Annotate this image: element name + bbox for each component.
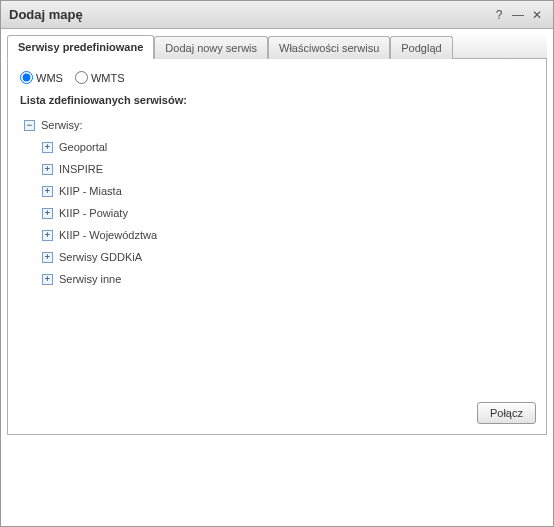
tree-item-label: Serwisy GDDKiA	[59, 251, 142, 263]
tree-item-inne[interactable]: + Serwisy inne	[42, 268, 534, 290]
tree-item-kiip-powiaty[interactable]: + KIIP - Powiaty	[42, 202, 534, 224]
tree-item-kiip-miasta[interactable]: + KIIP - Miasta	[42, 180, 534, 202]
tab-bar: Serwisy predefiniowane Dodaj nowy serwis…	[7, 35, 547, 59]
tree-item-label: KIIP - Województwa	[59, 229, 157, 241]
window-title: Dodaj mapę	[9, 7, 488, 22]
tab-predefined[interactable]: Serwisy predefiniowane	[7, 35, 154, 59]
radio-wmts-label[interactable]: WMTS	[75, 71, 125, 84]
tab-content: WMS WMTS Lista zdefiniowanych serwisów: …	[7, 59, 547, 435]
tree-item-label: INSPIRE	[59, 163, 103, 175]
tree-root-label: Serwisy:	[41, 119, 83, 131]
tree-item-geoportal[interactable]: + Geoportal	[42, 136, 534, 158]
tab-add-new[interactable]: Dodaj nowy serwis	[154, 36, 268, 59]
minimize-button[interactable]: —	[510, 7, 526, 23]
expand-icon[interactable]: +	[42, 252, 53, 263]
titlebar: Dodaj mapę ? — ✕	[1, 1, 553, 29]
tree-root[interactable]: − Serwisy:	[24, 114, 534, 136]
expand-icon[interactable]: +	[42, 142, 53, 153]
expand-icon[interactable]: +	[42, 274, 53, 285]
tree-item-label: KIIP - Powiaty	[59, 207, 128, 219]
expand-icon[interactable]: +	[42, 164, 53, 175]
radio-wms-text: WMS	[36, 72, 63, 84]
tree-item-label: Geoportal	[59, 141, 107, 153]
tree-item-inspire[interactable]: + INSPIRE	[42, 158, 534, 180]
connect-button[interactable]: Połącz	[477, 402, 536, 424]
dialog-body: Serwisy predefiniowane Dodaj nowy serwis…	[1, 29, 553, 441]
list-heading: Lista zdefiniowanych serwisów:	[20, 94, 534, 106]
radio-wmts-text: WMTS	[91, 72, 125, 84]
service-tree: − Serwisy: + Geoportal + INSPIRE + KIIP …	[20, 114, 534, 290]
close-button[interactable]: ✕	[529, 7, 545, 23]
tab-properties[interactable]: Właściwości serwisu	[268, 36, 390, 59]
collapse-icon[interactable]: −	[24, 120, 35, 131]
tree-item-label: Serwisy inne	[59, 273, 121, 285]
dialog-window: Dodaj mapę ? — ✕ Serwisy predefiniowane …	[0, 0, 554, 527]
help-button[interactable]: ?	[491, 7, 507, 23]
radio-wmts[interactable]	[75, 71, 88, 84]
tree-item-label: KIIP - Miasta	[59, 185, 122, 197]
tree-item-gddkia[interactable]: + Serwisy GDDKiA	[42, 246, 534, 268]
tab-preview[interactable]: Podgląd	[390, 36, 452, 59]
service-type-radio-group: WMS WMTS	[20, 71, 534, 84]
tree-item-kiip-wojewodztwa[interactable]: + KIIP - Województwa	[42, 224, 534, 246]
radio-wms-label[interactable]: WMS	[20, 71, 63, 84]
radio-wms[interactable]	[20, 71, 33, 84]
expand-icon[interactable]: +	[42, 230, 53, 241]
expand-icon[interactable]: +	[42, 186, 53, 197]
expand-icon[interactable]: +	[42, 208, 53, 219]
tree-children: + Geoportal + INSPIRE + KIIP - Miasta + …	[24, 136, 534, 290]
